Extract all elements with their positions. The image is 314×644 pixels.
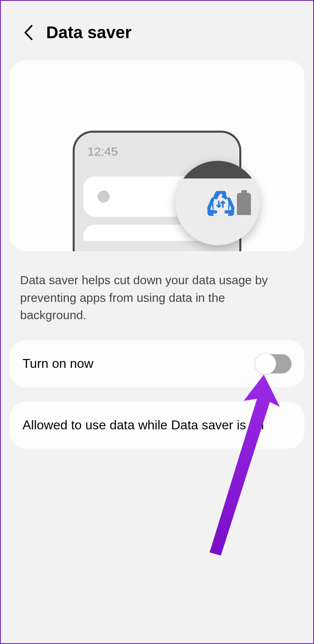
toggle-knob bbox=[255, 353, 276, 375]
turn-on-label: Turn on now bbox=[22, 355, 94, 372]
back-icon[interactable] bbox=[23, 24, 34, 41]
page-title: Data saver bbox=[46, 23, 131, 42]
phone-time: 12:45 bbox=[88, 145, 230, 158]
turn-on-toggle[interactable] bbox=[255, 354, 292, 373]
data-saver-triangle-icon bbox=[207, 191, 235, 217]
battery-icon bbox=[237, 193, 251, 215]
allowed-apps-label: Allowed to use data while Data saver is … bbox=[22, 418, 264, 432]
illustration-card: 12:45 bbox=[10, 60, 304, 251]
description-text: Data saver helps cut down your data usag… bbox=[1, 251, 313, 336]
phone-card-dot bbox=[98, 191, 110, 203]
annotation-arrow-icon bbox=[198, 371, 290, 560]
magnifier-bubble bbox=[175, 161, 260, 245]
turn-on-now-row[interactable]: Turn on now bbox=[10, 340, 304, 388]
header: Data saver bbox=[1, 1, 313, 56]
allowed-apps-row[interactable]: Allowed to use data while Data saver is … bbox=[10, 402, 304, 449]
